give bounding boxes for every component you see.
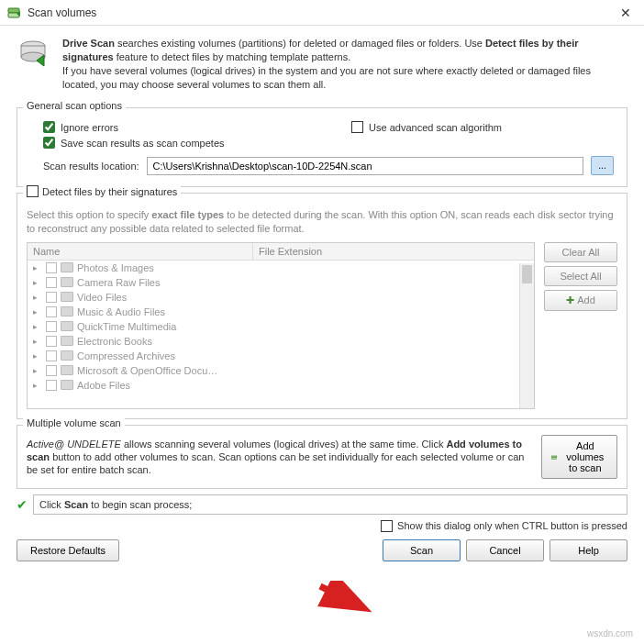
multi-description: Active@ UNDELETE allows scanning several… bbox=[27, 438, 528, 477]
signature-category-item[interactable]: ▸Video Files bbox=[28, 290, 534, 305]
signature-category-item[interactable]: ▸Electronic Books bbox=[28, 334, 534, 349]
add-volumes-button[interactable]: + Add volumes to scan bbox=[541, 435, 617, 479]
show-dialog-label: Show this dialog only when CTRL button i… bbox=[397, 520, 627, 531]
volumes-icon: + bbox=[551, 451, 558, 462]
save-results-checkbox[interactable]: Save scan results as scan competes bbox=[43, 137, 225, 149]
signature-category-item[interactable]: ▸QuickTime Multimedia bbox=[28, 319, 534, 334]
select-all-button[interactable]: Select All bbox=[544, 266, 617, 286]
svg-line-11 bbox=[320, 586, 361, 606]
status-text: Click Scan to begin scan process; bbox=[33, 494, 627, 515]
multi-title: Multiple volume scan bbox=[23, 417, 125, 428]
arrow-annotation bbox=[316, 581, 372, 614]
help-button[interactable]: Help bbox=[550, 539, 627, 561]
detect-signatures-group: Detect files by their signatures Select … bbox=[17, 193, 627, 419]
signatures-table[interactable]: Name File Extension ▸Photos & Images▸Cam… bbox=[27, 242, 535, 409]
watermark: wsxdn.com bbox=[587, 628, 633, 638]
detect-signatures-checkbox[interactable] bbox=[27, 185, 39, 197]
signature-category-item[interactable]: ▸Music & Audio Files bbox=[28, 305, 534, 319]
scan-button[interactable]: Scan bbox=[383, 539, 461, 561]
svg-text:+: + bbox=[556, 455, 558, 458]
cancel-button[interactable]: Cancel bbox=[466, 539, 544, 561]
show-dialog-ctrl-checkbox[interactable] bbox=[381, 520, 393, 532]
window-title: Scan volumes bbox=[28, 6, 615, 19]
col-name: Name bbox=[28, 243, 253, 260]
svg-rect-0 bbox=[8, 8, 19, 13]
advanced-scan-checkbox[interactable]: Use advanced scan algorithm bbox=[351, 121, 502, 133]
drive-scan-icon bbox=[18, 37, 51, 70]
general-title: General scan options bbox=[23, 100, 126, 111]
signature-category-item[interactable]: ▸Compressed Archives bbox=[28, 349, 534, 363]
add-signature-button[interactable]: Add bbox=[544, 290, 617, 311]
close-icon[interactable]: ✕ bbox=[615, 4, 637, 22]
signatures-scrollbar[interactable] bbox=[519, 263, 534, 408]
check-icon: ✔ bbox=[17, 497, 28, 512]
scan-location-label: Scan results location: bbox=[43, 161, 139, 172]
signatures-description: Select this option to specify exact file… bbox=[27, 208, 617, 235]
signature-category-item[interactable]: ▸Microsoft & OpenOffice Docu… bbox=[28, 363, 534, 378]
description-text: Drive Scan searches existing volumes (pa… bbox=[62, 37, 626, 91]
browse-button[interactable]: ... bbox=[591, 156, 614, 175]
app-icon bbox=[7, 6, 22, 20]
detect-signatures-title: Detect files by their signatures bbox=[42, 186, 177, 197]
general-scan-options-group: General scan options Ignore errors Use a… bbox=[17, 107, 627, 187]
restore-defaults-button[interactable]: Restore Defaults bbox=[17, 539, 119, 561]
col-ext: File Extension bbox=[253, 243, 534, 260]
signature-category-item[interactable]: ▸Adobe Files bbox=[28, 378, 534, 393]
signature-category-item[interactable]: ▸Camera Raw Files bbox=[28, 275, 534, 290]
signature-category-item[interactable]: ▸Photos & Images bbox=[28, 261, 534, 275]
ignore-errors-checkbox[interactable]: Ignore errors bbox=[43, 121, 118, 133]
scan-location-input[interactable] bbox=[147, 157, 583, 175]
multiple-volume-group: Multiple volume scan Active@ UNDELETE al… bbox=[17, 425, 627, 489]
clear-all-button[interactable]: Clear All bbox=[544, 242, 617, 262]
